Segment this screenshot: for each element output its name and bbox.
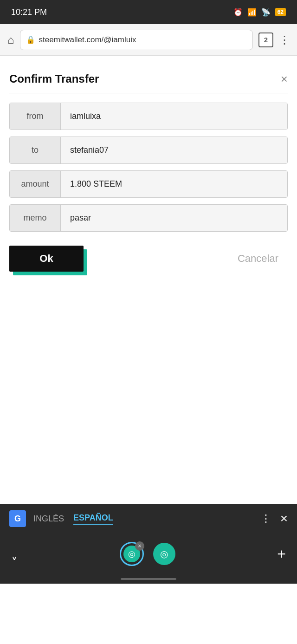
status-bar: 10:21 PM ⏰ 📶 📡 62 — [0, 0, 297, 24]
status-time: 10:21 PM — [11, 7, 47, 17]
dialog-title: Confirm Transfer — [9, 72, 99, 85]
amount-field: amount 1.800 STEEM — [9, 170, 288, 198]
to-value: stefania07 — [61, 137, 287, 163]
translation-more-icon[interactable]: ⋮ — [261, 513, 271, 525]
more-options-icon[interactable]: ⋮ — [279, 33, 290, 46]
url-text: steemitwallet.com/@iamluix — [39, 35, 247, 45]
status-icons: ⏰ 📶 📡 62 — [233, 8, 286, 17]
translation-left: G INGLÉS ESPAÑOL — [9, 510, 113, 527]
lang-español[interactable]: ESPAÑOL — [73, 513, 113, 525]
memo-label: memo — [10, 205, 61, 231]
tab-close-icon[interactable]: × — [135, 541, 144, 551]
google-translate-icon: G — [9, 510, 26, 527]
new-tab-button[interactable]: + — [277, 546, 286, 563]
ok-button[interactable]: Ok — [9, 246, 84, 272]
cancel-button[interactable]: Cancelar — [228, 248, 288, 269]
language-options: INGLÉS ESPAÑOL — [33, 513, 113, 525]
amount-value: 1.800 STEEM — [61, 171, 287, 197]
translation-bar: G INGLÉS ESPAÑOL ⋮ × — [0, 504, 297, 533]
tab-icon-1[interactable]: ◎ × — [120, 542, 144, 566]
empty-area — [0, 281, 297, 504]
from-field: from iamluixa — [9, 103, 288, 130]
to-label: to — [10, 137, 61, 163]
alarm-icon: ⏰ — [233, 8, 243, 17]
nav-back-icon[interactable]: ˄ — [11, 546, 18, 562]
from-value: iamluixa — [61, 103, 287, 130]
signal-icon: 📶 — [247, 8, 257, 17]
lock-icon: 🔒 — [26, 35, 35, 44]
ok-button-wrapper: Ok — [9, 246, 84, 272]
dialog-header: Confirm Transfer × — [9, 65, 288, 93]
from-label: from — [10, 103, 61, 130]
lang-inglés[interactable]: INGLÉS — [33, 514, 64, 524]
memo-value: pasar — [61, 205, 287, 231]
browser-bar: ⌂ 🔒 steemitwallet.com/@iamluix 2 ⋮ — [0, 24, 297, 56]
amount-label: amount — [10, 171, 61, 197]
tab-count[interactable]: 2 — [258, 33, 273, 47]
buttons-area: Ok Cancelar — [9, 246, 288, 272]
battery-icon: 62 — [275, 8, 286, 16]
main-content: Confirm Transfer × from iamluixa to stef… — [0, 56, 297, 281]
close-button[interactable]: × — [281, 73, 288, 85]
translation-right: ⋮ × — [261, 511, 288, 526]
wifi-icon: 📡 — [261, 8, 271, 17]
home-indicator — [0, 574, 297, 584]
translation-close-button[interactable]: × — [280, 511, 288, 526]
nav-tab-icons: ◎ × ◎ — [120, 542, 175, 566]
to-field: to stefania07 — [9, 137, 288, 164]
tab-icon-2[interactable]: ◎ — [153, 543, 175, 565]
bottom-nav: ˄ ◎ × ◎ + — [0, 533, 297, 574]
header-divider — [9, 93, 288, 93]
memo-field: memo pasar — [9, 204, 288, 232]
home-bar — [121, 578, 176, 580]
url-bar[interactable]: 🔒 steemitwallet.com/@iamluix — [20, 30, 253, 50]
home-icon[interactable]: ⌂ — [7, 33, 14, 46]
